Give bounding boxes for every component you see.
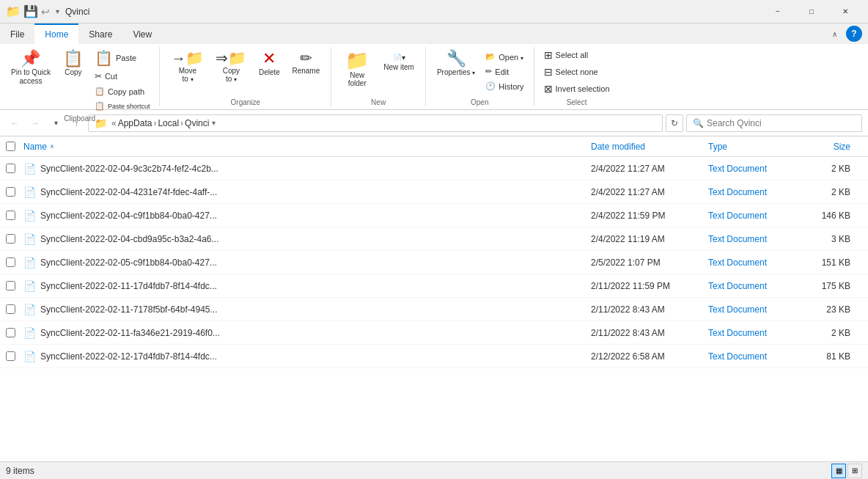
ribbon-collapse-button[interactable]: ∧ bbox=[825, 25, 843, 43]
address-path[interactable]: 📁 « AppData › Local › Qvinci ▾ bbox=[88, 114, 663, 132]
file-checkbox-3[interactable] bbox=[6, 234, 15, 244]
select-group: ⊞ Select all ⊟ Select none ⊠ Invert sele… bbox=[534, 47, 619, 106]
file-checkbox-5[interactable] bbox=[6, 281, 15, 290]
window-title: Qvinci bbox=[65, 7, 89, 17]
select-all-checkbox[interactable] bbox=[6, 142, 15, 151]
file-checkbox-4[interactable] bbox=[6, 257, 15, 267]
path-local[interactable]: Local bbox=[158, 118, 179, 128]
copy-path-button[interactable]: 📋 Copy path bbox=[91, 84, 154, 98]
file-checkbox-8[interactable] bbox=[6, 351, 15, 361]
recent-locations-button[interactable]: ▾ bbox=[47, 114, 65, 132]
edit-button[interactable]: ✏ Edit bbox=[482, 65, 527, 78]
minimize-button[interactable]: − bbox=[761, 0, 795, 23]
history-label: History bbox=[499, 82, 523, 91]
row-checkbox[interactable] bbox=[6, 164, 23, 173]
refresh-button[interactable]: ↻ bbox=[666, 114, 683, 132]
search-input[interactable] bbox=[707, 118, 856, 128]
row-checkbox[interactable] bbox=[6, 281, 23, 290]
details-view-button[interactable]: ▦ bbox=[831, 464, 846, 478]
rename-button[interactable]: ✏ Rename bbox=[287, 47, 325, 78]
move-to-button[interactable]: →📁 Moveto ▾ bbox=[166, 47, 209, 87]
file-checkbox-1[interactable] bbox=[6, 187, 15, 197]
search-box[interactable]: 🔍 bbox=[686, 114, 862, 132]
paste-shortcut-button[interactable]: 📋 Paste shortcut bbox=[91, 99, 154, 113]
row-checkbox[interactable] bbox=[6, 351, 23, 361]
row-checkbox[interactable] bbox=[6, 304, 23, 314]
select-small-group: ⊞ Select all ⊟ Select none ⊠ Invert sele… bbox=[540, 47, 614, 97]
back-button[interactable]: ← bbox=[6, 114, 23, 132]
table-row[interactable]: 📄 SyncClient-2022-02-11-fa346e21-2919-46… bbox=[0, 321, 868, 345]
tab-file[interactable]: File bbox=[0, 23, 34, 44]
file-doc-icon: 📄 bbox=[23, 210, 36, 222]
invert-selection-button[interactable]: ⊠ Invert selection bbox=[540, 81, 614, 97]
row-checkbox[interactable] bbox=[6, 234, 23, 244]
copy-label: Copy bbox=[65, 68, 81, 76]
file-type: Text Document bbox=[708, 257, 803, 268]
open-button[interactable]: 📂 Open ▾ bbox=[482, 50, 527, 64]
row-checkbox[interactable] bbox=[6, 211, 23, 220]
row-checkbox[interactable] bbox=[6, 257, 23, 267]
file-checkbox-0[interactable] bbox=[6, 164, 15, 173]
file-list: 📄 SyncClient-2022-02-04-9c3c2b74-fef2-4c… bbox=[0, 157, 868, 461]
column-type-header[interactable]: Type bbox=[708, 142, 803, 152]
copy-to-button[interactable]: ⇒📁 Copyto ▾ bbox=[210, 47, 251, 87]
new-item-button[interactable]: 📄▾ New item bbox=[378, 50, 419, 75]
file-doc-icon: 📄 bbox=[23, 351, 36, 362]
paste-button[interactable]: 📋 Paste bbox=[91, 47, 140, 69]
tab-share[interactable]: Share bbox=[78, 23, 122, 44]
large-icons-view-button[interactable]: ⊞ bbox=[847, 464, 862, 478]
pin-quick-access-button[interactable]: 📌 Pin to Quickaccess bbox=[6, 47, 56, 89]
copy-icon: 📋 bbox=[63, 51, 83, 67]
properties-button[interactable]: 🔧 Properties ▾ bbox=[432, 47, 480, 80]
select-none-button[interactable]: ⊟ Select none bbox=[540, 64, 614, 80]
path-qvinci[interactable]: Qvinci bbox=[185, 118, 209, 128]
edit-label: Edit bbox=[495, 67, 509, 76]
new-item-icon: 📄▾ bbox=[393, 54, 405, 62]
close-button[interactable]: ✕ bbox=[828, 0, 862, 23]
file-doc-icon: 📄 bbox=[23, 186, 36, 198]
maximize-button[interactable]: □ bbox=[795, 0, 828, 23]
quick-access-arrow[interactable]: ▾ bbox=[56, 7, 59, 15]
table-row[interactable]: 📄 SyncClient-2022-02-11-7178f5bf-64bf-49… bbox=[0, 298, 868, 321]
path-appdata[interactable]: AppData bbox=[118, 118, 152, 128]
file-size: 2 KB bbox=[803, 328, 862, 338]
file-checkbox-6[interactable] bbox=[6, 304, 15, 314]
new-folder-button[interactable]: 📁 Newfolder bbox=[337, 47, 377, 91]
quick-access-toolbar: 📁 💾 ↩ ▾ bbox=[6, 4, 62, 18]
new-content: 📁 Newfolder 📄▾ New item bbox=[337, 47, 419, 97]
open-icon: 📂 bbox=[485, 52, 496, 62]
select-all-button[interactable]: ⊞ Select all bbox=[540, 47, 614, 63]
copy-button[interactable]: 📋 Copy bbox=[57, 47, 89, 80]
row-checkbox[interactable] bbox=[6, 328, 23, 337]
address-bar: ← → ▾ ↑ 📁 « AppData › Local › Qvinci ▾ ↻… bbox=[0, 110, 868, 136]
delete-button[interactable]: ✕ Delete bbox=[253, 47, 285, 80]
path-dropdown-chevron[interactable]: ▾ bbox=[212, 119, 216, 127]
table-row[interactable]: 📄 SyncClient-2022-02-04-4231e74f-fdec-4a… bbox=[0, 180, 868, 204]
column-size-header[interactable]: Size bbox=[803, 142, 862, 152]
open-group-label: Open bbox=[471, 98, 488, 106]
column-name-header[interactable]: Name ∧ bbox=[23, 142, 591, 152]
forward-button[interactable]: → bbox=[26, 114, 44, 132]
header-checkbox[interactable] bbox=[6, 142, 23, 151]
open-group: 🔧 Properties ▾ 📂 Open ▾ ✏ Edit 🕐 History… bbox=[426, 47, 534, 106]
file-size: 175 KB bbox=[803, 281, 862, 291]
move-to-label: Moveto ▾ bbox=[179, 67, 196, 83]
history-button[interactable]: 🕐 History bbox=[482, 79, 527, 93]
tab-view[interactable]: View bbox=[122, 23, 162, 44]
table-row[interactable]: 📄 SyncClient-2022-02-12-17d4fdb7-8f14-4f… bbox=[0, 345, 868, 368]
row-checkbox[interactable] bbox=[6, 187, 23, 197]
table-row[interactable]: 📄 SyncClient-2022-02-04-c9f1bb84-0ba0-42… bbox=[0, 204, 868, 227]
tab-home[interactable]: Home bbox=[34, 23, 78, 44]
help-button[interactable]: ? bbox=[846, 26, 862, 42]
column-date-header[interactable]: Date modified bbox=[591, 142, 708, 152]
table-row[interactable]: 📄 SyncClient-2022-02-04-9c3c2b74-fef2-4c… bbox=[0, 157, 868, 180]
cut-button[interactable]: ✂ Cut bbox=[91, 69, 154, 84]
table-row[interactable]: 📄 SyncClient-2022-02-11-17d4fdb7-8f14-4f… bbox=[0, 274, 868, 298]
table-row[interactable]: 📄 SyncClient-2022-02-04-cbd9a95c-b3a2-4a… bbox=[0, 227, 868, 251]
file-checkbox-2[interactable] bbox=[6, 211, 15, 220]
copy-to-icon: ⇒📁 bbox=[216, 51, 246, 65]
organize-group-label: Organize bbox=[231, 98, 261, 106]
file-checkbox-7[interactable] bbox=[6, 328, 15, 337]
file-doc-icon: 📄 bbox=[23, 163, 36, 175]
table-row[interactable]: 📄 SyncClient-2022-02-05-c9f1bb84-0ba0-42… bbox=[0, 251, 868, 274]
